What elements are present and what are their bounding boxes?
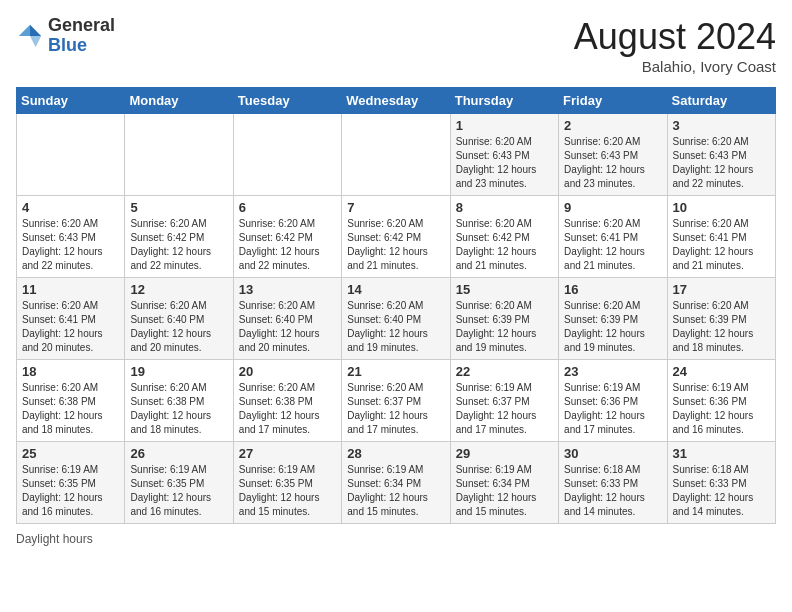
logo-icon (16, 22, 44, 50)
day-info: Sunrise: 6:20 AM Sunset: 6:40 PM Dayligh… (347, 299, 444, 355)
svg-marker-0 (30, 25, 41, 36)
day-number: 29 (456, 446, 553, 461)
calendar-header-row: SundayMondayTuesdayWednesdayThursdayFrid… (17, 88, 776, 114)
title-block: August 2024 Balahio, Ivory Coast (574, 16, 776, 75)
logo-blue: Blue (48, 36, 115, 56)
calendar-week-row: 4Sunrise: 6:20 AM Sunset: 6:43 PM Daylig… (17, 196, 776, 278)
daylight-label: Daylight hours (16, 532, 93, 546)
day-number: 28 (347, 446, 444, 461)
calendar-cell (125, 114, 233, 196)
calendar-cell: 16Sunrise: 6:20 AM Sunset: 6:39 PM Dayli… (559, 278, 667, 360)
calendar-week-row: 11Sunrise: 6:20 AM Sunset: 6:41 PM Dayli… (17, 278, 776, 360)
day-number: 7 (347, 200, 444, 215)
day-info: Sunrise: 6:20 AM Sunset: 6:38 PM Dayligh… (130, 381, 227, 437)
day-number: 15 (456, 282, 553, 297)
day-number: 5 (130, 200, 227, 215)
day-number: 20 (239, 364, 336, 379)
calendar-cell: 29Sunrise: 6:19 AM Sunset: 6:34 PM Dayli… (450, 442, 558, 524)
day-info: Sunrise: 6:20 AM Sunset: 6:41 PM Dayligh… (673, 217, 770, 273)
calendar-cell: 27Sunrise: 6:19 AM Sunset: 6:35 PM Dayli… (233, 442, 341, 524)
svg-marker-1 (19, 25, 30, 36)
calendar-cell: 2Sunrise: 6:20 AM Sunset: 6:43 PM Daylig… (559, 114, 667, 196)
day-info: Sunrise: 6:19 AM Sunset: 6:35 PM Dayligh… (239, 463, 336, 519)
day-number: 1 (456, 118, 553, 133)
calendar-week-row: 18Sunrise: 6:20 AM Sunset: 6:38 PM Dayli… (17, 360, 776, 442)
day-number: 19 (130, 364, 227, 379)
calendar-cell: 17Sunrise: 6:20 AM Sunset: 6:39 PM Dayli… (667, 278, 775, 360)
day-number: 12 (130, 282, 227, 297)
day-info: Sunrise: 6:20 AM Sunset: 6:40 PM Dayligh… (130, 299, 227, 355)
day-number: 25 (22, 446, 119, 461)
calendar-day-header: Saturday (667, 88, 775, 114)
day-info: Sunrise: 6:20 AM Sunset: 6:43 PM Dayligh… (22, 217, 119, 273)
day-info: Sunrise: 6:19 AM Sunset: 6:34 PM Dayligh… (456, 463, 553, 519)
calendar-cell: 26Sunrise: 6:19 AM Sunset: 6:35 PM Dayli… (125, 442, 233, 524)
day-number: 2 (564, 118, 661, 133)
location: Balahio, Ivory Coast (574, 58, 776, 75)
calendar-cell: 7Sunrise: 6:20 AM Sunset: 6:42 PM Daylig… (342, 196, 450, 278)
day-info: Sunrise: 6:20 AM Sunset: 6:42 PM Dayligh… (456, 217, 553, 273)
day-number: 3 (673, 118, 770, 133)
calendar-cell: 18Sunrise: 6:20 AM Sunset: 6:38 PM Dayli… (17, 360, 125, 442)
calendar-cell: 23Sunrise: 6:19 AM Sunset: 6:36 PM Dayli… (559, 360, 667, 442)
day-info: Sunrise: 6:20 AM Sunset: 6:39 PM Dayligh… (456, 299, 553, 355)
day-info: Sunrise: 6:20 AM Sunset: 6:39 PM Dayligh… (673, 299, 770, 355)
calendar-cell: 13Sunrise: 6:20 AM Sunset: 6:40 PM Dayli… (233, 278, 341, 360)
day-number: 30 (564, 446, 661, 461)
calendar-cell: 4Sunrise: 6:20 AM Sunset: 6:43 PM Daylig… (17, 196, 125, 278)
day-info: Sunrise: 6:20 AM Sunset: 6:38 PM Dayligh… (239, 381, 336, 437)
day-info: Sunrise: 6:19 AM Sunset: 6:36 PM Dayligh… (564, 381, 661, 437)
day-info: Sunrise: 6:20 AM Sunset: 6:41 PM Dayligh… (564, 217, 661, 273)
calendar-cell (17, 114, 125, 196)
calendar-cell: 1Sunrise: 6:20 AM Sunset: 6:43 PM Daylig… (450, 114, 558, 196)
calendar-cell: 12Sunrise: 6:20 AM Sunset: 6:40 PM Dayli… (125, 278, 233, 360)
calendar-day-header: Wednesday (342, 88, 450, 114)
calendar-cell: 11Sunrise: 6:20 AM Sunset: 6:41 PM Dayli… (17, 278, 125, 360)
calendar-cell (342, 114, 450, 196)
day-number: 4 (22, 200, 119, 215)
calendar-cell: 14Sunrise: 6:20 AM Sunset: 6:40 PM Dayli… (342, 278, 450, 360)
day-number: 9 (564, 200, 661, 215)
calendar-cell: 31Sunrise: 6:18 AM Sunset: 6:33 PM Dayli… (667, 442, 775, 524)
day-info: Sunrise: 6:20 AM Sunset: 6:42 PM Dayligh… (130, 217, 227, 273)
calendar-day-header: Thursday (450, 88, 558, 114)
day-number: 11 (22, 282, 119, 297)
calendar-cell (233, 114, 341, 196)
calendar-cell: 25Sunrise: 6:19 AM Sunset: 6:35 PM Dayli… (17, 442, 125, 524)
calendar-cell: 20Sunrise: 6:20 AM Sunset: 6:38 PM Dayli… (233, 360, 341, 442)
calendar-cell: 15Sunrise: 6:20 AM Sunset: 6:39 PM Dayli… (450, 278, 558, 360)
day-info: Sunrise: 6:20 AM Sunset: 6:43 PM Dayligh… (456, 135, 553, 191)
day-number: 22 (456, 364, 553, 379)
day-number: 8 (456, 200, 553, 215)
svg-marker-2 (30, 36, 41, 47)
day-number: 26 (130, 446, 227, 461)
day-info: Sunrise: 6:20 AM Sunset: 6:41 PM Dayligh… (22, 299, 119, 355)
day-info: Sunrise: 6:20 AM Sunset: 6:43 PM Dayligh… (564, 135, 661, 191)
day-number: 23 (564, 364, 661, 379)
day-number: 18 (22, 364, 119, 379)
day-number: 13 (239, 282, 336, 297)
day-info: Sunrise: 6:19 AM Sunset: 6:34 PM Dayligh… (347, 463, 444, 519)
calendar-cell: 10Sunrise: 6:20 AM Sunset: 6:41 PM Dayli… (667, 196, 775, 278)
logo: General Blue (16, 16, 115, 56)
calendar-day-header: Monday (125, 88, 233, 114)
day-info: Sunrise: 6:19 AM Sunset: 6:35 PM Dayligh… (130, 463, 227, 519)
day-info: Sunrise: 6:20 AM Sunset: 6:38 PM Dayligh… (22, 381, 119, 437)
calendar-footer: Daylight hours (16, 532, 776, 546)
logo-text: General Blue (48, 16, 115, 56)
calendar-cell: 6Sunrise: 6:20 AM Sunset: 6:42 PM Daylig… (233, 196, 341, 278)
day-info: Sunrise: 6:20 AM Sunset: 6:42 PM Dayligh… (347, 217, 444, 273)
day-info: Sunrise: 6:18 AM Sunset: 6:33 PM Dayligh… (673, 463, 770, 519)
day-info: Sunrise: 6:20 AM Sunset: 6:39 PM Dayligh… (564, 299, 661, 355)
day-number: 6 (239, 200, 336, 215)
logo-general: General (48, 16, 115, 36)
calendar-day-header: Friday (559, 88, 667, 114)
day-number: 31 (673, 446, 770, 461)
calendar-cell: 3Sunrise: 6:20 AM Sunset: 6:43 PM Daylig… (667, 114, 775, 196)
day-number: 27 (239, 446, 336, 461)
calendar-week-row: 1Sunrise: 6:20 AM Sunset: 6:43 PM Daylig… (17, 114, 776, 196)
calendar-day-header: Tuesday (233, 88, 341, 114)
calendar-table: SundayMondayTuesdayWednesdayThursdayFrid… (16, 87, 776, 524)
day-number: 21 (347, 364, 444, 379)
day-number: 10 (673, 200, 770, 215)
